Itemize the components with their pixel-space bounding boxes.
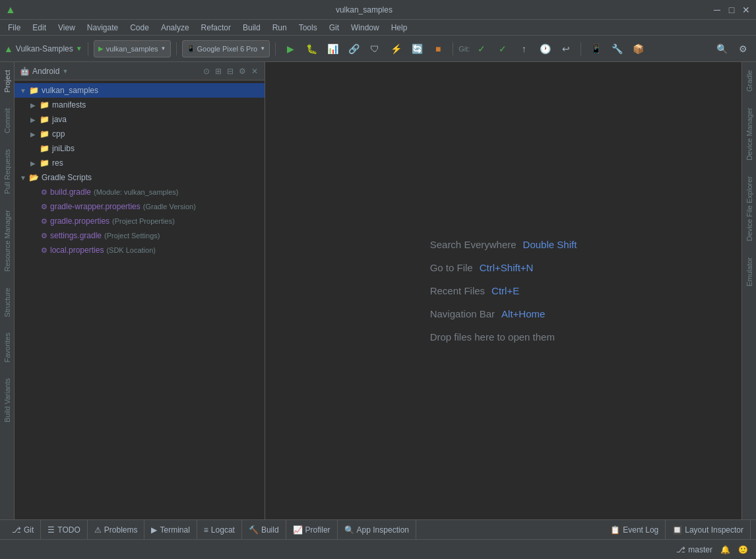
tree-manifests[interactable]: ▶ 📁 manifests bbox=[15, 98, 265, 112]
menu-build[interactable]: Build bbox=[237, 22, 266, 34]
git-branch-item[interactable]: ⎇ master bbox=[676, 545, 712, 554]
project-panel: 🤖 Android ▼ ⊙ ⊞ ⊟ ⚙ ✕ ▼ 📁 vulkan_samples bbox=[15, 62, 265, 519]
attach-button[interactable]: 🔗 bbox=[344, 40, 363, 58]
notifications-item[interactable]: 🔔 bbox=[720, 545, 730, 554]
git-commit-button[interactable]: ✓ bbox=[472, 40, 491, 58]
device-file-explorer-label[interactable]: Device File Explorer bbox=[743, 168, 756, 249]
logcat-tab-icon: ≡ bbox=[204, 525, 208, 535]
device-manager-tool-label[interactable]: Device Manager bbox=[743, 100, 756, 168]
menu-git[interactable]: Git bbox=[324, 22, 344, 34]
maximize-button[interactable]: □ bbox=[727, 5, 736, 15]
android-label: Android bbox=[32, 67, 59, 76]
run-button[interactable]: ▶ bbox=[281, 40, 299, 58]
terminal-tab-label: Terminal bbox=[160, 525, 189, 535]
close-panel-icon[interactable]: ✕ bbox=[250, 65, 259, 77]
menu-navigate[interactable]: Navigate bbox=[82, 22, 123, 34]
scope-icon[interactable]: ⊙ bbox=[202, 65, 211, 77]
menu-tools[interactable]: Tools bbox=[294, 22, 323, 34]
tree-gradle-properties[interactable]: ⚙ gradle.properties (Project Properties) bbox=[15, 214, 265, 228]
tree-local-properties[interactable]: ⚙ local.properties (SDK Location) bbox=[15, 243, 265, 257]
tree-build-gradle[interactable]: ⚙ build.gradle (Module: vulkan_samples) bbox=[15, 185, 265, 199]
toolbar-separator-5 bbox=[581, 42, 581, 55]
title-bar: ▲ vulkan_samples ─ □ ✕ bbox=[0, 0, 756, 20]
tree-gradle-wrapper[interactable]: ⚙ gradle-wrapper.properties (Gradle Vers… bbox=[15, 199, 265, 214]
settings-gradle-icon: ⚙ bbox=[41, 232, 47, 240]
menu-code[interactable]: Code bbox=[125, 22, 154, 34]
java-arrow: ▶ bbox=[30, 116, 38, 123]
java-folder-icon: 📁 bbox=[40, 115, 49, 124]
git-fetch-button[interactable]: ↑ bbox=[515, 40, 533, 58]
tool-structure[interactable]: Structure bbox=[1, 280, 14, 325]
editor-area: Search Everywhere Double Shift Go to Fil… bbox=[265, 62, 741, 519]
notifications-icon: 🔔 bbox=[720, 545, 730, 554]
gradle-wrapper-label: gradle-wrapper.properties bbox=[50, 202, 141, 211]
face-feedback-item[interactable]: 🙂 bbox=[738, 545, 748, 554]
tool-favorites[interactable]: Favorites bbox=[1, 325, 14, 370]
tab-todo[interactable]: ☰ TODO bbox=[41, 520, 87, 539]
device-dropdown[interactable]: 📱 Google Pixel 6 Pro ▼ bbox=[182, 40, 270, 57]
tab-logcat[interactable]: ≡ Logcat bbox=[197, 520, 242, 539]
stop-button[interactable]: ■ bbox=[429, 40, 447, 58]
run-with-coverage-button[interactable]: 🛡 bbox=[365, 40, 384, 58]
todo-tab-label: TODO bbox=[57, 525, 80, 535]
sdk-manager-button[interactable]: 🔧 bbox=[608, 40, 626, 58]
gradle-scripts-arrow: ▼ bbox=[20, 174, 28, 181]
menu-refactor[interactable]: Refactor bbox=[196, 22, 236, 34]
expand-all-icon[interactable]: ⊞ bbox=[214, 65, 223, 77]
cpp-label: cpp bbox=[52, 129, 65, 139]
tab-problems[interactable]: ⚠ Problems bbox=[88, 520, 145, 539]
menu-help[interactable]: Help bbox=[386, 22, 413, 34]
project-panel-header: 🤖 Android ▼ ⊙ ⊞ ⊟ ⚙ ✕ bbox=[15, 62, 265, 81]
tab-profiler[interactable]: 📈 Profiler bbox=[286, 520, 338, 539]
run-config-arrow: ▼ bbox=[161, 46, 166, 51]
tab-build[interactable]: 🔨 Build bbox=[242, 520, 286, 539]
android-dropdown-arrow[interactable]: ▼ bbox=[62, 68, 68, 75]
settings-gear-icon[interactable]: ⚙ bbox=[237, 65, 247, 77]
menu-window[interactable]: Window bbox=[346, 22, 385, 34]
search-everywhere-button[interactable]: 🔍 bbox=[712, 40, 731, 58]
menu-view[interactable]: View bbox=[53, 22, 80, 34]
tree-root[interactable]: ▼ 📁 vulkan_samples bbox=[15, 83, 265, 98]
apply-changes-button[interactable]: ⚡ bbox=[387, 40, 405, 58]
tree-res[interactable]: ▶ 📁 res bbox=[15, 156, 265, 170]
avd-manager-button[interactable]: 📦 bbox=[629, 40, 647, 58]
tree-java[interactable]: ▶ 📁 java bbox=[15, 112, 265, 127]
apply-code-changes-button[interactable]: 🔄 bbox=[408, 40, 426, 58]
menu-run[interactable]: Run bbox=[267, 22, 292, 34]
tree-gradle-scripts[interactable]: ▼ 📂 Gradle Scripts bbox=[15, 170, 265, 185]
tool-resource-manager[interactable]: Resource Manager bbox=[1, 202, 14, 280]
settings-button[interactable]: ⚙ bbox=[734, 40, 752, 58]
debug-button[interactable]: 🐛 bbox=[302, 40, 321, 58]
profile-button[interactable]: 📊 bbox=[323, 40, 342, 58]
tab-terminal[interactable]: ▶ Terminal bbox=[144, 520, 197, 539]
tab-layout-inspector[interactable]: 🔲 Layout Inspector bbox=[666, 520, 751, 539]
git-history-button[interactable]: 🕐 bbox=[536, 40, 554, 58]
gradle-tool-label[interactable]: Gradle bbox=[743, 62, 756, 100]
menu-analyze[interactable]: Analyze bbox=[156, 22, 195, 34]
tab-git[interactable]: ⎇ Git bbox=[5, 520, 41, 539]
tool-pull-requests[interactable]: Pull Requests bbox=[1, 141, 14, 202]
editor-hints: Search Everywhere Double Shift Go to Fil… bbox=[430, 239, 577, 343]
minimize-button[interactable]: ─ bbox=[712, 5, 722, 15]
menu-edit[interactable]: Edit bbox=[27, 22, 51, 34]
tab-event-log[interactable]: 📋 Event Log bbox=[604, 520, 666, 539]
collapse-all-icon[interactable]: ⊟ bbox=[226, 65, 235, 77]
tool-commit[interactable]: Commit bbox=[1, 100, 14, 141]
close-button[interactable]: ✕ bbox=[741, 5, 751, 15]
tool-build-variants[interactable]: Build Variants bbox=[1, 370, 14, 430]
git-rollback-button[interactable]: ↩ bbox=[557, 40, 575, 58]
tool-project[interactable]: Project bbox=[1, 62, 14, 100]
emulator-label[interactable]: Emulator bbox=[743, 249, 756, 294]
project-name-label: Vulkan-Samples bbox=[16, 44, 73, 53]
main-layout: 🤖 Android ▼ ⊙ ⊞ ⊟ ⚙ ✕ ▼ 📁 vulkan_samples bbox=[15, 62, 741, 519]
device-manager-button[interactable]: 📱 bbox=[586, 40, 605, 58]
hint-search-label: Search Everywhere bbox=[430, 239, 517, 250]
git-push-button[interactable]: ✓ bbox=[493, 40, 512, 58]
tab-app-inspection[interactable]: 🔍 App Inspection bbox=[338, 520, 416, 539]
run-config-dropdown[interactable]: ▶ vulkan_samples ▼ bbox=[94, 40, 171, 57]
tree-cpp[interactable]: ▶ 📁 cpp bbox=[15, 127, 265, 141]
manifests-folder-icon: 📁 bbox=[40, 100, 49, 110]
tree-jnilibs[interactable]: ▶ 📁 jniLibs bbox=[15, 141, 265, 156]
menu-file[interactable]: File bbox=[3, 22, 26, 34]
tree-settings-gradle[interactable]: ⚙ settings.gradle (Project Settings) bbox=[15, 228, 265, 243]
